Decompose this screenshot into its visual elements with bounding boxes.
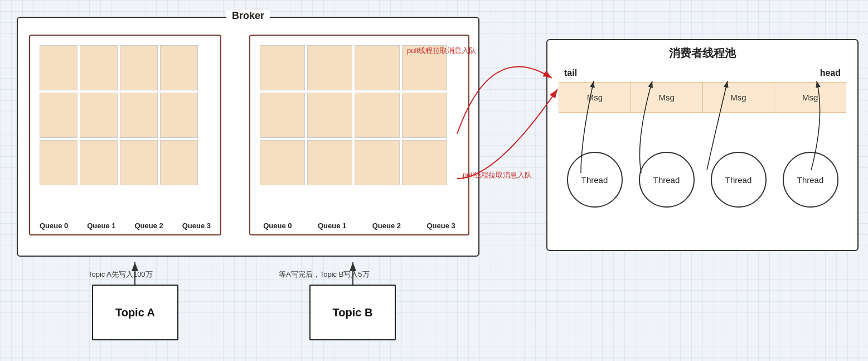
tail-label: tail (564, 68, 577, 78)
msg-cell-3: Msg (774, 83, 846, 112)
thread-circle-2: Thread (711, 152, 767, 208)
msg-cell-2: Msg (703, 83, 775, 112)
queue-cell (120, 45, 158, 90)
queue-cell (260, 93, 305, 138)
consumer-pool-box: 消费者线程池 tail head Msg Msg Msg Msg Thread … (546, 39, 859, 251)
queue-cell (355, 93, 400, 138)
thread-circle-0: Thread (567, 152, 623, 208)
msg-cell-0: Msg (559, 83, 631, 112)
broker-title: Broker (226, 10, 270, 22)
queue-cell (120, 140, 158, 185)
queue-cell (120, 93, 158, 138)
topic-a-label: Topic A (115, 306, 155, 319)
queue-b-labels: Queue 0 Queue 1 Queue 2 Queue 3 (250, 222, 468, 230)
queue-box-a: Queue 0 Queue 1 Queue 2 Queue 3 (29, 35, 221, 235)
queue-cell (260, 140, 305, 185)
topic-b-description: 等A写完后，Topic B写入5万 (279, 269, 370, 280)
queue-cell (402, 93, 447, 138)
queue-cell (40, 45, 77, 90)
queue-cell (160, 93, 198, 138)
queue-cell (307, 93, 352, 138)
queue-a-label-0: Queue 0 (40, 222, 68, 230)
queue-cell (40, 140, 77, 185)
queue-cell (355, 45, 400, 90)
queue-cell (80, 93, 118, 138)
consumer-pool-title: 消费者线程池 (547, 46, 857, 61)
queue-cell (260, 45, 305, 90)
queue-grid-b (259, 44, 448, 186)
msg-cell-1: Msg (631, 83, 703, 112)
queue-box-b: Queue 0 Queue 1 Queue 2 Queue 3 (249, 35, 469, 235)
queue-a-label-1: Queue 1 (87, 222, 115, 230)
queue-cell (160, 140, 198, 185)
queue-cell (307, 140, 352, 185)
queue-cell (307, 45, 352, 90)
queue-cell (160, 45, 198, 90)
topic-a-description: Topic A先写入100万 (88, 269, 153, 280)
queue-grid-a (38, 44, 199, 186)
queue-a-labels: Queue 0 Queue 1 Queue 2 Queue 3 (30, 222, 220, 230)
head-label: head (820, 68, 841, 78)
queue-b-label-1: Queue 1 (318, 222, 346, 230)
queue-a-label-3: Queue 3 (182, 222, 211, 230)
pull-label-1: pull线程拉取消息入队 (407, 46, 476, 56)
threads-row: Thread Thread Thread Thread (559, 152, 846, 208)
queue-cell (355, 140, 400, 185)
queue-b-label-3: Queue 3 (426, 222, 455, 230)
queue-cell (80, 45, 118, 90)
topic-b-box: Topic B (309, 285, 396, 340)
queue-cell (40, 93, 77, 138)
topic-b-label: Topic B (333, 306, 373, 319)
queue-cell (402, 140, 447, 185)
pull-label-2: pull线程拉取消息入队 (463, 170, 532, 180)
message-queue-row: Msg Msg Msg Msg (559, 82, 846, 113)
topic-a-box: Topic A (92, 285, 178, 340)
queue-b-label-0: Queue 0 (263, 222, 292, 230)
queue-b-label-2: Queue 2 (372, 222, 401, 230)
thread-circle-1: Thread (639, 152, 695, 208)
queue-a-label-2: Queue 2 (134, 222, 163, 230)
thread-circle-3: Thread (783, 152, 838, 208)
queue-cell (80, 140, 118, 185)
diagram-container: Broker Queue 0 Queue 1 Queu (6, 6, 864, 357)
